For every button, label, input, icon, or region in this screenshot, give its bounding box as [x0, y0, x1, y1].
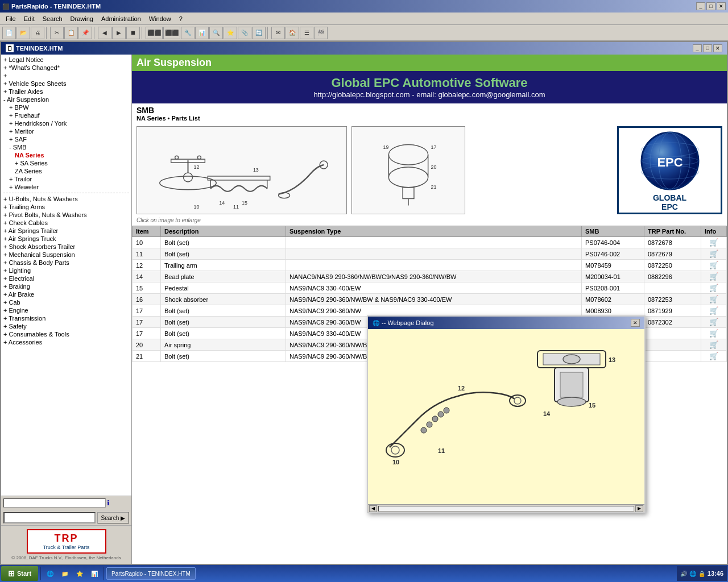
sidebar-item-air-springs-trailer[interactable]: + Air Springs Trailer: [1, 227, 131, 235]
sidebar-item-bpw[interactable]: + BPW: [1, 103, 131, 111]
dialog-scroll-right[interactable]: ▶: [635, 505, 643, 512]
minimize-button[interactable]: _: [696, 2, 705, 10]
tb-forward[interactable]: ▶: [112, 27, 126, 39]
sidebar-item-air-brake[interactable]: + Air Brake: [1, 290, 131, 298]
taskbar-app-icon[interactable]: 📊: [88, 567, 101, 580]
taskbar-partsrapido[interactable]: PartsRapido - TENINDEX.HTM: [106, 567, 196, 580]
tb-btn3[interactable]: 🔧: [181, 27, 195, 39]
info-cart-icon[interactable]: 🛒: [709, 238, 718, 247]
tb-btn5[interactable]: 🔍: [209, 27, 223, 39]
tb-back[interactable]: ◀: [98, 27, 111, 39]
menu-window[interactable]: Window: [146, 14, 175, 23]
dialog-close-button[interactable]: ✕: [631, 319, 640, 327]
sidebar-item-trailer-axles[interactable]: + Trailer Axles: [1, 88, 131, 95]
taskbar-folder-icon[interactable]: 📁: [58, 567, 72, 580]
close-button[interactable]: ✕: [717, 2, 726, 10]
sidebar-item-air-suspension[interactable]: - Air Suspension: [1, 95, 131, 103]
info-cart-icon[interactable]: 🛒: [709, 306, 718, 315]
info-cart-icon[interactable]: 🛒: [709, 284, 718, 292]
sidebar-item-trailing-arms[interactable]: + Trailing Arms: [1, 203, 131, 211]
sidebar-item-transmission[interactable]: + Transmission: [1, 314, 131, 322]
sidebar-item-weweler[interactable]: + Weweler: [1, 183, 131, 191]
sidebar-item-smb[interactable]: - SMB: [1, 143, 131, 151]
tb-list[interactable]: ☰: [300, 27, 313, 39]
sidebar-item-safety[interactable]: + Safety: [1, 322, 131, 330]
sidebar-item-whats-changed[interactable]: + *What's Changed*: [1, 64, 131, 72]
sidebar-item-trailor[interactable]: + Trailor: [1, 175, 131, 183]
search-input[interactable]: [3, 512, 96, 523]
tb-btn1[interactable]: ⬛⬛: [146, 27, 163, 39]
sidebar-item-meritor[interactable]: + Meritor: [1, 127, 131, 135]
cell-info[interactable]: 🛒: [701, 328, 727, 339]
info-cart-icon[interactable]: 🛒: [709, 261, 718, 269]
sidebar-item-chassis[interactable]: + Chassis & Body Parts: [1, 259, 131, 267]
inner-close[interactable]: ✕: [713, 44, 722, 52]
tb-btn6[interactable]: ⭐: [224, 27, 237, 39]
tb-cut[interactable]: ✂: [50, 27, 64, 39]
cell-info[interactable]: 🛒: [701, 271, 727, 282]
sidebar-item-electrical[interactable]: + Electrical: [1, 275, 131, 282]
sidebar-item-saf[interactable]: + SAF: [1, 135, 131, 143]
menu-help[interactable]: ?: [176, 14, 186, 23]
tb-open[interactable]: 📂: [16, 27, 30, 39]
sidebar-item-legal[interactable]: + Legal Notice: [1, 56, 131, 64]
parts-image-1[interactable]: 10 11 13 12 14 15: [136, 126, 347, 214]
sidebar-item-u-bolts[interactable]: + U-Bolts, Nuts & Washers: [1, 195, 131, 203]
cell-info[interactable]: 🛒: [701, 260, 727, 271]
tb-new[interactable]: 📄: [2, 27, 16, 39]
sidebar-item-hendrickson[interactable]: + Hendrickson / York: [1, 119, 131, 127]
info-cart-icon[interactable]: 🛒: [709, 329, 718, 338]
menu-file[interactable]: File: [2, 14, 19, 23]
menu-search[interactable]: Search: [39, 14, 66, 23]
sidebar-item-braking[interactable]: + Braking: [1, 282, 131, 290]
sidebar-item-blank[interactable]: +: [1, 72, 131, 80]
sidebar-item-na-series[interactable]: NA Series: [1, 151, 131, 159]
cell-info[interactable]: 🛒: [701, 237, 727, 248]
sidebar-item-za-series[interactable]: ZA Series: [1, 167, 131, 175]
cell-info[interactable]: 🛒: [701, 339, 727, 351]
info-cart-icon[interactable]: 🛒: [709, 352, 718, 360]
inner-restore[interactable]: □: [703, 44, 712, 52]
tb-copy[interactable]: 📋: [64, 27, 78, 39]
parts-image-2[interactable]: 17 20 21 19: [351, 126, 465, 214]
cell-info[interactable]: 🛒: [701, 248, 727, 260]
tb-btn2[interactable]: ⬛⬛: [163, 27, 180, 39]
sidebar-item-accessories[interactable]: + Accessories: [1, 338, 131, 346]
sidebar-item-fruehauf[interactable]: + Fruehauf: [1, 111, 131, 119]
search-button[interactable]: Search ▶: [97, 512, 129, 523]
tb-paste[interactable]: 📌: [78, 27, 92, 39]
sidebar-item-sa-series[interactable]: + SA Series: [1, 159, 131, 167]
menu-administration[interactable]: Administration: [98, 14, 144, 23]
tb-mail[interactable]: ✉: [271, 27, 285, 39]
tb-btn4[interactable]: 📊: [195, 27, 209, 39]
sidebar-item-pivot-bolts[interactable]: + Pivot Bolts, Nuts & Washers: [1, 211, 131, 219]
tb-flag[interactable]: 🏁: [314, 27, 328, 39]
cell-info[interactable]: 🛒: [701, 294, 727, 305]
restore-button[interactable]: □: [706, 2, 715, 10]
menu-drawing[interactable]: Drawing: [67, 14, 97, 23]
info-cart-icon[interactable]: 🛒: [709, 250, 718, 258]
tb-stop[interactable]: ⏹: [126, 27, 140, 39]
tb-print[interactable]: 🖨: [31, 27, 44, 39]
cell-info[interactable]: 🛒: [701, 317, 727, 328]
info-cart-icon[interactable]: 🛒: [709, 318, 718, 326]
sidebar-item-shock-absorbers[interactable]: + Shock Absorbers Trailer: [1, 243, 131, 251]
inner-minimize[interactable]: _: [693, 44, 702, 52]
tb-btn7[interactable]: 📎: [238, 27, 251, 39]
info-cart-icon[interactable]: 🛒: [709, 295, 718, 304]
cell-info[interactable]: 🛒: [701, 282, 727, 294]
info-cart-icon[interactable]: 🛒: [709, 272, 718, 281]
dialog-scroll-left[interactable]: ◀: [369, 505, 377, 512]
sidebar-item-vehicle-spec[interactable]: + Vehicle Spec Sheets: [1, 80, 131, 88]
sidebar-item-lighting[interactable]: + Lighting: [1, 267, 131, 275]
sidebar-item-air-springs-truck[interactable]: + Air Springs Truck: [1, 235, 131, 243]
start-button[interactable]: ⊞ Start: [1, 566, 38, 581]
taskbar-star-icon[interactable]: ⭐: [73, 567, 86, 580]
tb-refresh[interactable]: 🔄: [252, 27, 266, 39]
tb-home[interactable]: 🏠: [286, 27, 299, 39]
sidebar-item-consumables[interactable]: + Consumables & Tools: [1, 330, 131, 338]
sidebar-item-engine[interactable]: + Engine: [1, 306, 131, 314]
cell-info[interactable]: 🛒: [701, 305, 727, 317]
sidebar-item-check-cables[interactable]: + Check Cables: [1, 219, 131, 227]
info-cart-icon[interactable]: 🛒: [709, 340, 718, 349]
